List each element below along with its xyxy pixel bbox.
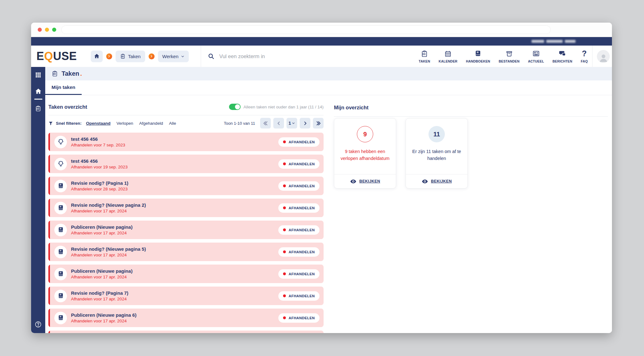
redacted-user-info[interactable] (565, 40, 576, 43)
toggle-knob (235, 104, 240, 109)
global-search (208, 53, 419, 60)
status-badge[interactable]: AFHANDELEN (278, 181, 319, 191)
task-row[interactable]: test 456 456 Afhandelen voor 7 sep. 2023… (48, 133, 324, 151)
question-circle-icon[interactable] (35, 321, 42, 328)
task-title: Revisie nodig? (Pagina 1) (71, 180, 128, 186)
status-badge-label: AFHANDELEN (289, 316, 315, 320)
status-badge-label: AFHANDELEN (289, 228, 315, 232)
task-due-date: Afhandelen voor 17 apr. 2024 (71, 319, 136, 323)
book-icon (54, 224, 67, 236)
breadcrumb-item-taken[interactable]: Taken (116, 51, 145, 62)
nav-item-faq[interactable]: ? FAQ (581, 49, 588, 63)
status-badge[interactable]: AFHANDELEN (278, 247, 319, 257)
status-badge-label: AFHANDELEN (289, 250, 315, 254)
status-badge[interactable]: AFHANDELEN (278, 291, 319, 301)
nav-item-bestanden[interactable]: BESTANDEN (499, 49, 519, 63)
overdue-stripe (48, 265, 50, 283)
task-list: test 456 456 Afhandelen voor 7 sep. 2023… (48, 133, 324, 333)
search-input[interactable] (219, 53, 335, 59)
page-title-accent: . (80, 70, 82, 77)
book-icon (474, 49, 482, 58)
filter-verlopen[interactable]: Verlopen (117, 121, 133, 126)
bekijken-label: BEKIJKEN (359, 179, 380, 183)
age-filter-toggle[interactable] (229, 104, 241, 110)
book-icon (54, 290, 67, 302)
left-sidebar (31, 67, 45, 333)
chevron-down-icon (181, 55, 184, 58)
first-page-button[interactable] (260, 118, 271, 129)
task-row[interactable]: Revisie nodig? (Pagina 1) Afhandelen voo… (48, 177, 324, 195)
overview-cards: 9 9 taken hebben een verlopen afhandelda… (334, 118, 608, 189)
task-row-partial[interactable] (48, 331, 324, 333)
nav-item-handboeken[interactable]: HANDBOEKEN (466, 49, 490, 63)
next-page-button[interactable] (300, 118, 310, 129)
nav-item-taken[interactable]: TAKEN (419, 49, 430, 63)
nav-label: ACTUEEL (528, 59, 544, 63)
task-due-date: Afhandelen voor 7 sep. 2023 (71, 143, 125, 147)
main-panels: Taken overzicht Alleen taken niet ouder … (45, 95, 612, 333)
book-icon (54, 312, 67, 324)
tab-bar: Mijn taken (45, 80, 612, 95)
search-icon (208, 53, 215, 60)
task-title: Revisie nodig? (Pagina 7) (71, 290, 128, 296)
breadcrumb-home-button[interactable] (91, 51, 103, 62)
close-window-button[interactable] (38, 28, 42, 32)
status-dot-icon (283, 228, 286, 231)
status-dot-icon (283, 206, 286, 209)
clipboard-icon (421, 49, 428, 58)
nav-item-kalender[interactable]: KALENDER (439, 49, 457, 63)
status-badge[interactable]: AFHANDELEN (278, 313, 319, 323)
chat-icon (558, 49, 566, 58)
overdue-stripe (48, 331, 50, 333)
grid-icon[interactable] (35, 72, 41, 78)
user-avatar[interactable] (597, 50, 610, 63)
window-controls (38, 28, 56, 32)
header-divider (201, 46, 201, 67)
status-badge[interactable]: AFHANDELEN (278, 225, 319, 235)
status-badge[interactable]: AFHANDELEN (278, 159, 319, 169)
current-page-number: 1 (289, 121, 291, 126)
home-icon[interactable] (35, 88, 42, 95)
task-due-date: Afhandelen voor 17 apr. 2024 (71, 253, 146, 257)
minimize-window-button[interactable] (45, 28, 49, 32)
task-row[interactable]: Publiceren (Nieuwe pagina 6) Afhandelen … (48, 309, 324, 327)
status-badge[interactable]: AFHANDELEN (278, 203, 319, 213)
task-row[interactable]: Publiceren (Nieuwe pagina) Afhandelen vo… (48, 265, 324, 283)
filter-afgehandeld[interactable]: Afgehandeld (139, 121, 163, 126)
last-page-button[interactable] (313, 118, 324, 129)
status-dot-icon (283, 272, 286, 275)
breadcrumb-item-werken-dropdown[interactable]: Werken (158, 51, 189, 62)
status-dot-icon (283, 140, 286, 143)
status-badge[interactable]: AFHANDELEN (278, 269, 319, 279)
previous-page-button[interactable] (273, 118, 284, 129)
maximize-window-button[interactable] (52, 28, 56, 32)
divider (334, 116, 608, 117)
nav-item-actueel[interactable]: ACTUEEL (528, 49, 544, 63)
task-row[interactable]: Publiceren (Nieuwe pagina) Afhandelen vo… (48, 221, 324, 239)
main-navigation: TAKEN KALENDER HANDBOEKEN BESTANDEN (419, 49, 588, 63)
tab-mijn-taken[interactable]: Mijn taken (45, 80, 82, 95)
status-badge-label: AFHANDELEN (289, 184, 315, 188)
equse-logo[interactable]: EQUSE (36, 50, 77, 63)
status-dot-icon (283, 294, 286, 297)
task-row[interactable]: test 456 456 Afhandelen voor 19 sep. 202… (48, 155, 324, 173)
filter-openstaand[interactable]: Openstaand (86, 121, 111, 126)
clipboard-icon (120, 53, 126, 59)
task-row[interactable]: Revisie nodig? (Nieuwe pagina 5) Afhande… (48, 243, 324, 261)
status-badge[interactable]: AFHANDELEN (278, 137, 319, 147)
address-bar[interactable] (61, 25, 551, 34)
open-bekijken-button[interactable]: BEKIJKEN (406, 174, 467, 188)
eye-icon (350, 178, 357, 185)
redacted-user-info (532, 40, 544, 43)
task-row[interactable]: Revisie nodig? (Pagina 7) Afhandelen voo… (48, 287, 324, 305)
nav-label: HANDBOEKEN (466, 59, 490, 63)
nav-item-berichten[interactable]: BERICHTEN (553, 49, 572, 63)
eye-icon (422, 178, 428, 185)
bekijken-label: BEKIJKEN (431, 179, 452, 183)
filter-alle[interactable]: Alle (169, 121, 176, 126)
overdue-bekijken-button[interactable]: BEKIJKEN (334, 174, 396, 188)
clipboard-icon[interactable] (35, 105, 41, 112)
task-row[interactable]: Revisie nodig? (Nieuwe pagina 2) Afhande… (48, 199, 324, 217)
page-number-select[interactable]: 1 (287, 118, 297, 129)
task-due-date: Afhandelen voor 17 apr. 2024 (71, 297, 128, 301)
